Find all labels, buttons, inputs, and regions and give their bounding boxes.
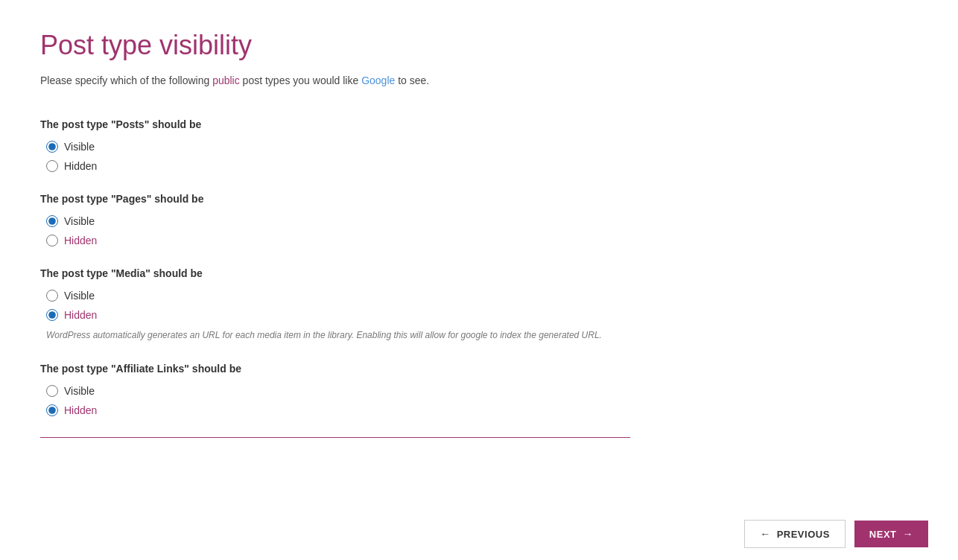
- highlight-google: Google: [361, 74, 395, 86]
- media-hidden-option[interactable]: Hidden: [46, 309, 630, 321]
- posts-hidden-label: Hidden: [64, 160, 97, 172]
- highlight-public: public: [212, 74, 240, 86]
- affiliate-visible-radio[interactable]: [46, 385, 58, 397]
- media-visible-label: Visible: [64, 290, 95, 302]
- section-media-label: The post type "Media" should be: [40, 267, 630, 279]
- section-posts: The post type "Posts" should be Visible …: [40, 118, 630, 172]
- page-description: Please specify which of the following pu…: [40, 73, 630, 89]
- previous-button[interactable]: ← PREVIOUS: [744, 520, 846, 548]
- media-hidden-label: Hidden: [64, 309, 97, 321]
- section-pages-label: The post type "Pages" should be: [40, 193, 630, 205]
- posts-hidden-radio[interactable]: [46, 160, 58, 172]
- section-pages: The post type "Pages" should be Visible …: [40, 193, 630, 246]
- pages-visible-option[interactable]: Visible: [46, 215, 630, 227]
- pages-hidden-radio[interactable]: [46, 235, 58, 246]
- section-media: The post type "Media" should be Visible …: [40, 267, 630, 342]
- previous-label: PREVIOUS: [777, 529, 830, 540]
- posts-visible-option[interactable]: Visible: [46, 141, 630, 153]
- pages-radio-group: Visible Hidden: [40, 215, 630, 246]
- section-affiliate-links: The post type "Affiliate Links" should b…: [40, 363, 630, 416]
- posts-hidden-option[interactable]: Hidden: [46, 160, 630, 172]
- affiliate-hidden-option[interactable]: Hidden: [46, 404, 630, 416]
- next-button[interactable]: NEXT →: [854, 521, 928, 547]
- page-title: Post type visibility: [40, 30, 630, 61]
- posts-visible-label: Visible: [64, 141, 95, 153]
- affiliate-radio-group: Visible Hidden: [40, 385, 630, 416]
- media-radio-group: Visible Hidden: [40, 290, 630, 321]
- media-note: WordPress automatically generates an URL…: [40, 328, 630, 342]
- affiliate-visible-label: Visible: [64, 385, 95, 397]
- section-affiliate-links-label: The post type "Affiliate Links" should b…: [40, 363, 630, 375]
- pages-hidden-option[interactable]: Hidden: [46, 235, 630, 246]
- previous-arrow-icon: ←: [760, 528, 771, 540]
- section-posts-label: The post type "Posts" should be: [40, 118, 630, 130]
- pages-hidden-label: Hidden: [64, 235, 97, 246]
- next-arrow-icon: →: [903, 528, 914, 540]
- posts-visible-radio[interactable]: [46, 141, 58, 153]
- pages-visible-radio[interactable]: [46, 215, 58, 227]
- main-content: Post type visibility Please specify whic…: [0, 0, 670, 508]
- media-visible-option[interactable]: Visible: [46, 290, 630, 302]
- affiliate-hidden-label: Hidden: [64, 404, 97, 416]
- footer: ← PREVIOUS NEXT →: [0, 508, 958, 560]
- media-visible-radio[interactable]: [46, 290, 58, 302]
- affiliate-hidden-radio[interactable]: [46, 404, 58, 416]
- posts-radio-group: Visible Hidden: [40, 141, 630, 172]
- affiliate-visible-option[interactable]: Visible: [46, 385, 630, 397]
- next-label: NEXT: [869, 529, 897, 540]
- media-hidden-radio[interactable]: [46, 309, 58, 321]
- section-divider: [40, 437, 630, 438]
- pages-visible-label: Visible: [64, 215, 95, 227]
